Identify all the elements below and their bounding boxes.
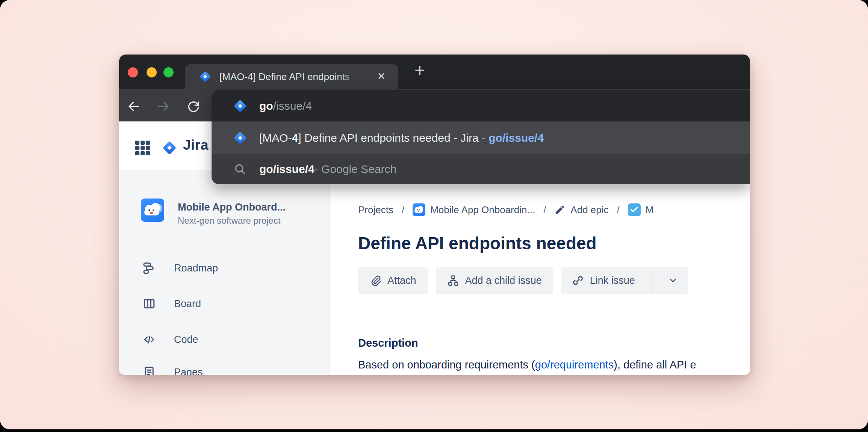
breadcrumb-add-epic-link[interactable]: Add epic xyxy=(554,203,608,216)
pages-icon xyxy=(143,366,156,375)
tab-close-icon[interactable]: ✕ xyxy=(377,64,386,89)
breadcrumb-separator: / xyxy=(543,204,546,216)
project-avatar-cloud-icon xyxy=(141,199,164,222)
breadcrumb-project-link[interactable]: Mobile App Onboardin... xyxy=(413,203,535,216)
child-issues-icon xyxy=(447,274,459,286)
more-actions-dropdown-button[interactable] xyxy=(658,267,688,294)
sidebar-item-board[interactable]: Board xyxy=(119,297,329,323)
back-icon[interactable] xyxy=(127,99,141,114)
project-sidebar: Mobile App Onboard... Next-gen software … xyxy=(119,170,330,375)
chevron-down-icon xyxy=(668,276,678,285)
task-check-icon xyxy=(628,203,641,216)
jira-favicon xyxy=(198,70,212,83)
browser-tab[interactable]: [MAO-4] Define API endpoints ✕ xyxy=(185,64,398,89)
jira-logo-wordmark[interactable]: Jira xyxy=(183,121,209,170)
titlebar: [MAO-4] Define API endpoints ✕ + xyxy=(119,55,750,89)
suggestion-jira-text: [MAO-4] Define API endpoints needed - Ji… xyxy=(259,121,544,154)
jira-favicon xyxy=(233,130,248,146)
link-icon xyxy=(572,274,584,286)
roadmap-icon xyxy=(143,262,156,274)
breadcrumb-issue-link[interactable]: M xyxy=(628,203,654,216)
project-name: Mobile App Onboard... xyxy=(178,202,286,213)
pink-backdrop: [MAO-4] Define API endpoints ✕ + Jira xyxy=(0,0,868,429)
breadcrumb: Projects / Mobile App Onboardin... / Add… xyxy=(358,202,750,217)
breadcrumb-projects-link[interactable]: Projects xyxy=(358,204,393,216)
project-type: Next-gen software project xyxy=(178,215,280,226)
board-icon xyxy=(143,297,156,310)
paperclip-icon xyxy=(369,274,381,286)
project-avatar-mini-icon xyxy=(413,203,425,216)
suggestion-jira-issue[interactable]: [MAO-4] Define API endpoints needed - Ji… xyxy=(212,121,750,154)
issue-action-buttons: Attach Add a child issue Link issue xyxy=(358,267,688,294)
issue-main-panel: Projects / Mobile App Onboardin... / Add… xyxy=(330,170,750,375)
breadcrumb-separator: / xyxy=(617,204,620,216)
link-issue-split-button: Link issue xyxy=(561,267,688,294)
browser-window: [MAO-4] Define API endpoints ✕ + Jira xyxy=(119,55,750,375)
jira-favicon xyxy=(233,99,248,114)
maximize-window-button[interactable] xyxy=(163,67,174,77)
issue-title: Define API endpoints needed xyxy=(358,233,597,253)
sidebar-item-code[interactable]: Code xyxy=(119,333,329,359)
go-requirements-link[interactable]: go/requirements xyxy=(535,359,614,371)
jira-logo-icon[interactable] xyxy=(161,139,178,156)
sidebar-item-roadmap[interactable]: Roadmap xyxy=(119,262,329,287)
suggestion-search-text: go/issue/4 - Google Search xyxy=(259,154,396,184)
description-text: Based on onboarding requirements (go/req… xyxy=(358,359,750,371)
search-icon xyxy=(233,162,247,176)
tab-title-fade xyxy=(337,64,367,89)
omnibox-query[interactable]: go/issue/4 xyxy=(259,90,312,121)
breadcrumb-separator: / xyxy=(402,204,404,216)
description-heading: Description xyxy=(358,337,418,349)
suggestion-google-search[interactable]: go/issue/4 - Google Search xyxy=(212,154,750,184)
forward-icon[interactable] xyxy=(156,99,171,114)
new-tab-button[interactable]: + xyxy=(408,59,432,83)
sidebar-item-pages[interactable]: Pages xyxy=(119,366,329,375)
split-button-divider xyxy=(652,267,652,294)
close-window-button[interactable] xyxy=(128,67,138,77)
reload-icon[interactable] xyxy=(186,99,201,114)
omnibox-dropdown: go/issue/4 [MAO-4] Define API endpoints … xyxy=(212,90,750,184)
omnibox-input-row[interactable]: go/issue/4 xyxy=(212,90,750,121)
pencil-icon xyxy=(554,203,566,216)
minimize-window-button[interactable] xyxy=(147,67,157,77)
attach-button[interactable]: Attach xyxy=(358,267,428,294)
app-switcher-grid-icon[interactable] xyxy=(135,141,150,155)
code-icon xyxy=(143,333,156,346)
link-issue-button[interactable]: Link issue xyxy=(561,267,646,294)
add-child-issue-button[interactable]: Add a child issue xyxy=(436,267,553,294)
